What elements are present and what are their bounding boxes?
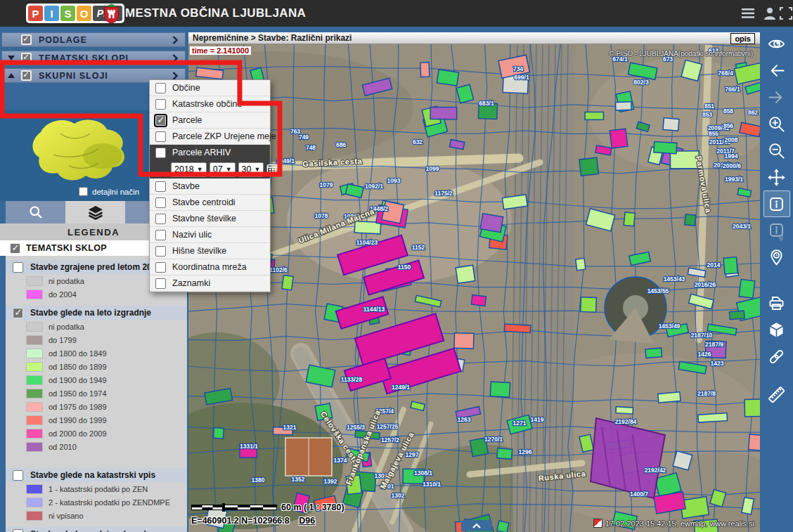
parcel-number-label: 1419 — [531, 416, 544, 423]
legend-color-swatch — [26, 375, 43, 385]
collapse-triangle-icon[interactable] — [8, 56, 15, 60]
datum-label[interactable]: D96 — [299, 516, 315, 526]
menu-item-checkbox[interactable] — [155, 131, 166, 142]
menu-item-checkbox[interactable] — [155, 278, 166, 289]
pan-button[interactable] — [763, 164, 790, 190]
zoom-in-button[interactable] — [763, 110, 790, 137]
info-icon — [767, 195, 786, 214]
legend-item: ni podatka — [6, 320, 187, 333]
menu-item-zaznamki[interactable]: Zaznamki — [150, 275, 270, 292]
podlage-checkbox[interactable] — [21, 34, 32, 45]
parcel-number-label: 1308/1 — [414, 469, 432, 476]
tematski-sklopi-checkbox[interactable] — [21, 53, 32, 63]
skupni-sloji-checkbox[interactable] — [21, 70, 32, 81]
legend-item: ni vpisano — [6, 509, 187, 522]
location-button[interactable] — [763, 244, 790, 271]
legend-color-swatch — [26, 484, 43, 494]
parcel-number-label: 766/1 — [725, 86, 740, 93]
parcel-number-label: 1079 — [320, 181, 333, 188]
parcel-number-label: 1331/1 — [240, 443, 258, 450]
legend-group-header[interactable]: Stavbe glede na katastrski vpis — [6, 468, 187, 482]
parcel-number-label: 1093 — [387, 177, 401, 184]
sidebar-section-tematski-sklopi[interactable]: TEMATSKI SKLOPI — [1, 51, 186, 65]
zoom-out-button[interactable] — [763, 137, 790, 164]
parcel-number-label: 2016/26 — [695, 281, 716, 288]
menu-item-nazivi-ulic[interactable]: Nazivi ulic — [150, 227, 270, 243]
legend-group-checkbox[interactable] — [13, 308, 23, 318]
tab-layers[interactable] — [65, 201, 125, 223]
sidebar-section-podlage[interactable]: PODLAGE — [1, 32, 186, 47]
opis-button[interactable]: opis — [730, 33, 755, 44]
municipality-overview-map[interactable] — [20, 112, 143, 188]
legend-item-label: od 2000 do 2009 — [49, 429, 107, 438]
legend-group-checkbox[interactable] — [13, 470, 23, 481]
detail-mode-checkbox[interactable] — [79, 187, 88, 196]
share-link-button[interactable] — [763, 343, 790, 370]
menu-icon[interactable] — [740, 6, 756, 21]
logo-letter: P — [28, 6, 43, 21]
archive-month-select[interactable]: 07▼ — [209, 162, 236, 177]
fullscreen-icon[interactable] — [778, 6, 793, 21]
legend-item-label: ni podatka — [49, 277, 84, 285]
tematski-sklop-checkbox[interactable] — [10, 243, 20, 254]
menu-item-parcele-arhiv[interactable]: Parcele ARHIV — [150, 145, 270, 160]
chevron-up-icon — [472, 523, 481, 528]
menu-item-checkbox[interactable] — [155, 246, 166, 257]
legend-item-label: od 1850 do 1899 — [49, 363, 107, 371]
menu-item-checkbox[interactable] — [155, 230, 166, 240]
menu-item-checkbox[interactable] — [155, 262, 166, 273]
legend-color-swatch — [26, 415, 43, 425]
identify-button[interactable] — [763, 190, 790, 217]
menu-item-ob-ine[interactable]: Občine — [150, 80, 270, 96]
calendar-icon[interactable] — [266, 163, 279, 176]
view-3d-button[interactable] — [763, 316, 790, 343]
parcel-number-label: 1150 — [398, 264, 411, 271]
parcel-number-label: 1255/3 — [347, 424, 365, 431]
parcel-number-label: 1144/13 — [363, 306, 385, 313]
menu-item-parcele[interactable]: Parcele — [150, 112, 270, 129]
tab-search[interactable] — [6, 201, 65, 223]
archive-year-select[interactable]: 2018▼ — [171, 162, 207, 177]
menu-item-checkbox[interactable] — [155, 83, 166, 93]
legend-color-swatch — [26, 335, 43, 345]
measure-button[interactable] — [763, 381, 790, 408]
user-icon[interactable] — [762, 6, 778, 21]
menu-item-checkbox[interactable] — [155, 214, 166, 224]
menu-item-stavbe-centroidi[interactable]: Stavbe centroidi — [150, 195, 270, 211]
parcel-number-label: 855 — [709, 130, 718, 137]
page-title: MESTNA OBČINA LJUBLJANA — [125, 0, 306, 27]
menu-item-checkbox[interactable] — [155, 99, 166, 110]
parcel-number-label: 734 — [513, 65, 523, 72]
chevron-right-icon[interactable] — [172, 54, 178, 63]
chevron-right-icon[interactable] — [172, 36, 178, 44]
logo-letter: S — [60, 6, 75, 21]
svg-text:g: g — [779, 233, 782, 240]
menu-item-katastrske-ob-ine[interactable]: Katastrske občine — [150, 96, 270, 112]
archive-day-select[interactable]: 30▼ — [238, 162, 264, 177]
menu-item-stavbe[interactable]: Stavbe — [150, 179, 270, 195]
menu-item-koordinatna-mre-a[interactable]: Koordinatna mreža — [150, 259, 270, 275]
menu-item-stavbne-tevilke[interactable]: Stavbne številke — [150, 211, 270, 227]
menu-item-hi-ne-tevilke[interactable]: Hišne številke — [150, 243, 270, 259]
menu-item-checkbox[interactable] — [155, 197, 166, 208]
visibility-button[interactable] — [763, 30, 790, 57]
menu-item-checkbox[interactable] — [155, 148, 166, 158]
menu-item-checkbox[interactable] — [155, 181, 166, 192]
arrow-left-icon — [767, 61, 786, 80]
map-canvas[interactable]: 683/1763749748686632674/1673699/17346138… — [188, 44, 760, 532]
collapse-triangle-icon[interactable] — [8, 73, 15, 78]
menu-item-label: Parcele — [172, 115, 202, 125]
menu-item-checkbox[interactable] — [155, 115, 166, 126]
parcel-number-label: 1152 — [412, 244, 425, 251]
print-button[interactable] — [763, 290, 790, 316]
menu-item-parcele-zkp-urejene-meje[interactable]: Parcele ZKP Urejene meje — [150, 129, 270, 145]
back-button[interactable] — [763, 57, 790, 84]
parcel-number-label: 2187/9 — [705, 341, 723, 348]
legend-group-header[interactable]: Stavbe glede na dejansko rabo — [6, 527, 187, 532]
legend-group-checkbox[interactable] — [13, 262, 23, 273]
parcel-number-label: 1993/1 — [725, 176, 743, 183]
bottom-collapse-handle[interactable] — [461, 520, 492, 531]
coordinate-readout: E=460901.2 N=102966.8 D96 — [191, 516, 315, 526]
legend-group-checkbox[interactable] — [13, 529, 23, 532]
legend-group-header[interactable]: Stavbe glede na leto izgradnje — [6, 306, 187, 320]
